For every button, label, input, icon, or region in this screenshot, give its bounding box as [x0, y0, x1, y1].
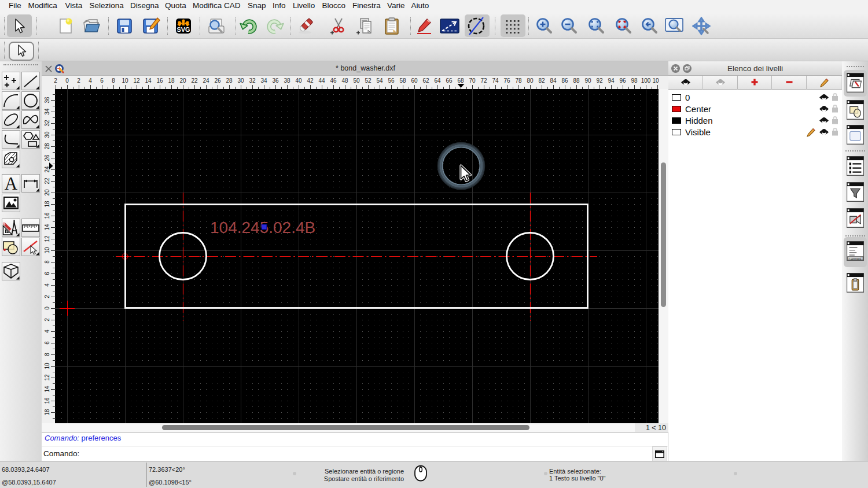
- svg-text:62: 62: [422, 77, 429, 84]
- svg-text:88: 88: [573, 77, 580, 84]
- svg-text:2: 2: [54, 77, 57, 84]
- svg-text:58: 58: [399, 77, 406, 84]
- svg-text:4: 4: [44, 330, 50, 333]
- svg-text:1 < 10: 1 < 10: [646, 424, 666, 432]
- svg-text:82: 82: [538, 77, 545, 84]
- svg-text:22: 22: [191, 77, 198, 84]
- svg-text:74: 74: [492, 77, 499, 84]
- svg-text:2: 2: [44, 318, 50, 321]
- svg-text:92: 92: [596, 77, 603, 84]
- svg-text:18: 18: [44, 201, 50, 208]
- svg-text:0: 0: [44, 306, 50, 310]
- svg-text:16: 16: [44, 397, 50, 404]
- svg-text:8: 8: [44, 353, 50, 356]
- svg-text:22: 22: [44, 178, 50, 184]
- svg-text:28: 28: [226, 77, 233, 84]
- svg-text:6: 6: [100, 77, 104, 84]
- svg-text:60: 60: [411, 77, 418, 84]
- svg-text:78: 78: [515, 77, 522, 84]
- svg-text:56: 56: [388, 77, 395, 84]
- svg-text:34: 34: [44, 108, 50, 115]
- svg-text:10: 10: [122, 77, 128, 84]
- svg-text:6: 6: [44, 272, 50, 275]
- svg-text:50: 50: [353, 77, 360, 84]
- svg-text:28: 28: [44, 143, 50, 150]
- svg-text:14: 14: [145, 77, 152, 84]
- svg-text:24: 24: [203, 77, 209, 84]
- svg-text:30: 30: [237, 77, 244, 84]
- svg-text:8: 8: [112, 77, 115, 84]
- svg-text:6: 6: [44, 341, 50, 345]
- svg-text:SVG: SVG: [176, 26, 190, 33]
- svg-text:30: 30: [44, 131, 50, 138]
- svg-text:84: 84: [550, 77, 557, 84]
- svg-text:14: 14: [44, 386, 50, 393]
- svg-text:34: 34: [260, 77, 267, 84]
- svg-text:64: 64: [434, 77, 441, 84]
- svg-text:36: 36: [44, 97, 50, 103]
- svg-text:26: 26: [214, 77, 221, 84]
- svg-text:20: 20: [44, 189, 50, 196]
- svg-text:52: 52: [365, 77, 372, 84]
- svg-text:36: 36: [272, 77, 279, 84]
- svg-text:A: A: [5, 174, 18, 193]
- svg-text:100: 100: [641, 77, 651, 84]
- svg-text:4: 4: [89, 77, 92, 84]
- svg-text:2: 2: [77, 77, 80, 84]
- svg-text:12: 12: [44, 235, 50, 242]
- svg-text:54: 54: [376, 77, 383, 84]
- svg-text:66: 66: [446, 77, 453, 84]
- svg-text:10: 10: [44, 363, 50, 369]
- svg-text:0: 0: [65, 77, 69, 84]
- svg-text:90: 90: [584, 77, 591, 84]
- svg-text:44: 44: [318, 77, 325, 84]
- svg-text:48: 48: [341, 77, 348, 84]
- svg-text:16: 16: [44, 212, 50, 219]
- svg-text:42: 42: [307, 77, 314, 84]
- svg-text:18: 18: [44, 409, 50, 416]
- svg-text:72: 72: [480, 77, 487, 84]
- svg-text:12: 12: [44, 374, 50, 381]
- svg-text:96: 96: [619, 77, 626, 84]
- svg-text:20: 20: [179, 77, 186, 84]
- svg-text:98: 98: [631, 77, 638, 84]
- svg-text:40: 40: [295, 77, 302, 84]
- svg-text:16: 16: [156, 77, 163, 84]
- svg-text:80: 80: [527, 77, 534, 84]
- svg-text:10: 10: [652, 77, 659, 84]
- svg-text:24: 24: [44, 166, 50, 173]
- svg-text:14: 14: [44, 224, 50, 231]
- svg-text:86: 86: [561, 77, 568, 84]
- svg-text:68: 68: [457, 77, 464, 84]
- svg-text:46: 46: [330, 77, 337, 84]
- svg-text:4: 4: [44, 283, 50, 287]
- svg-text:32: 32: [249, 77, 256, 84]
- svg-text:18: 18: [168, 77, 175, 84]
- svg-text:32: 32: [44, 120, 50, 127]
- svg-text:2: 2: [44, 295, 50, 298]
- svg-text:70: 70: [469, 77, 476, 84]
- svg-text:< command: < command: [848, 257, 861, 260]
- svg-text:10: 10: [44, 247, 50, 254]
- svg-text:38: 38: [284, 77, 290, 84]
- svg-text:76: 76: [503, 77, 510, 84]
- svg-text:94: 94: [608, 77, 615, 84]
- svg-text:12: 12: [133, 77, 140, 84]
- svg-text:8: 8: [44, 260, 50, 264]
- svg-text:26: 26: [44, 154, 50, 161]
